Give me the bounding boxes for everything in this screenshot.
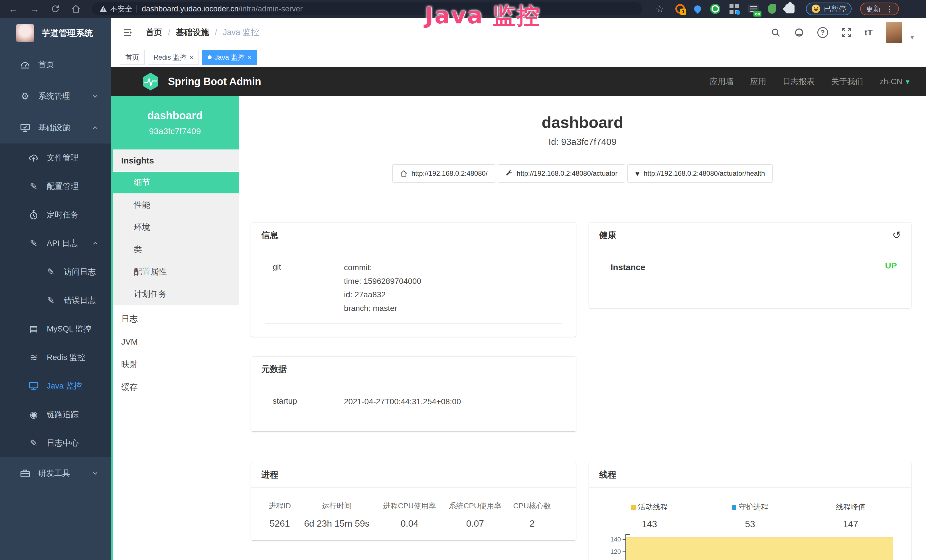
tag-redis-monitor[interactable]: Redis 监控 × <box>148 50 199 65</box>
threads-chart-yaxis: 140 120 100 <box>599 534 625 560</box>
tag-java-monitor[interactable]: Java 监控 × <box>202 50 257 65</box>
sidebar-item-mysql-monitor[interactable]: ▤ MySQL 监控 <box>0 315 111 343</box>
instance-id-line: Id: 93a3fc7f7409 <box>239 137 926 147</box>
github-icon[interactable] <box>794 27 804 38</box>
service-url-button[interactable]: http://192.168.0.2:48080/ <box>392 164 495 183</box>
sba-menu-environment[interactable]: 环境 <box>111 216 239 239</box>
cpus-value: 2 <box>507 518 558 529</box>
health-url-button[interactable]: ♥ http://192.168.0.2:48080/actuator/heal… <box>627 164 773 183</box>
layers-icon: ≋ <box>29 353 39 362</box>
metadata-startup-row: startup 2021-04-27T00:44:31.254+08:00 <box>265 392 562 417</box>
browser-forward-button[interactable]: → <box>30 4 39 14</box>
sidebar-item-system[interactable]: ⚙ 系统管理 <box>0 80 111 112</box>
sba-nav-wallboard[interactable]: 应用墙 <box>710 76 734 87</box>
sidebar-item-label: MySQL 监控 <box>47 324 91 334</box>
sidebar-item-error-log[interactable]: ✎ 错误日志 <box>0 286 111 315</box>
info-value: commit: time: 1596289704000 id: 27aa832 … <box>344 261 562 315</box>
bookmark-star-icon[interactable]: ☆ <box>655 3 664 15</box>
yellow-square-icon <box>631 505 635 510</box>
gauge-icon <box>20 59 30 70</box>
extension-on-badge: on <box>754 11 761 17</box>
server-icon: ▤ <box>29 324 39 333</box>
sba-menu-scheduled-tasks[interactable]: 计划任务 <box>111 283 239 305</box>
address-bar[interactable]: 不安全 dashboard.yudao.iocoder.cn/infra/adm… <box>92 2 642 15</box>
sba-nav-journal[interactable]: 日志报表 <box>783 76 815 87</box>
instance-title: dashboard <box>239 113 926 132</box>
extension-pin-icon[interactable] <box>693 4 703 14</box>
sba-instance-header[interactable]: dashboard 93a3fc7f7409 <box>111 96 239 150</box>
extension-green-icon[interactable] <box>710 4 720 14</box>
sidebar-item-redis-monitor[interactable]: ≋ Redis 监控 <box>0 343 111 372</box>
sba-menu-logs[interactable]: 日志 <box>111 307 239 330</box>
col-pid: 进程ID <box>261 501 298 511</box>
uptime-value: 6d 23h 15m 59s <box>298 518 375 529</box>
blue-square-icon <box>732 505 736 510</box>
font-size-icon[interactable]: tT <box>865 28 873 37</box>
sidebar-item-log-center[interactable]: ✎ 日志中心 <box>0 429 111 457</box>
tag-home[interactable]: 首页 <box>120 50 145 65</box>
profile-emoji-icon <box>812 5 820 13</box>
sba-language-select[interactable]: zh-CN ▾ <box>880 77 909 86</box>
sba-menu-classes[interactable]: 类 <box>111 239 239 261</box>
browser-update-button[interactable]: 更新 ⋮ <box>860 3 899 15</box>
sidebar-item-tracing[interactable]: ◉ 链路追踪 <box>0 400 111 429</box>
chevron-down-icon <box>92 92 99 100</box>
sidebar-item-infra[interactable]: 基础设施 <box>0 112 111 144</box>
sba-menu-jvm[interactable]: JVM <box>111 330 239 353</box>
extension-list-icon[interactable]: on <box>748 5 759 13</box>
metadata-key: startup <box>272 395 344 409</box>
browser-menu-icon[interactable]: ⋮ <box>885 4 893 14</box>
user-avatar[interactable] <box>886 22 902 43</box>
history-icon[interactable]: ↺ <box>892 229 901 241</box>
sba-nav-applications[interactable]: 应用 <box>750 76 766 87</box>
monitor-check-icon <box>20 123 30 133</box>
extension-grid-icon[interactable] <box>729 4 739 14</box>
actuator-url-button[interactable]: http://192.168.0.2:48080/actuator <box>498 164 625 183</box>
sba-nav-about[interactable]: 关于我们 <box>831 76 863 87</box>
extensions-puzzle-icon[interactable] <box>785 4 794 14</box>
hamburger-icon[interactable] <box>122 28 133 37</box>
sidebar-item-scheduled-jobs[interactable]: 定时任务 <box>0 201 111 229</box>
briefcase-icon <box>20 468 30 478</box>
profile-paused-chip[interactable]: 已暂停 <box>806 3 852 15</box>
sidebar-item-api-log[interactable]: ✎ API 日志 <box>0 229 111 257</box>
sba-brand[interactable]: Spring Boot Admin <box>141 71 261 92</box>
browser-reload-button[interactable] <box>51 4 60 14</box>
sidebar-item-label: 链路追踪 <box>47 409 79 420</box>
daemon-threads-value: 53 <box>700 519 800 530</box>
breadcrumb-infra[interactable]: 基础设施 <box>176 27 209 38</box>
extension-sync-icon[interactable]: 1 <box>675 4 685 14</box>
legend-peak-threads: 线程峰值 <box>800 502 901 512</box>
fullscreen-icon[interactable] <box>841 27 852 38</box>
avatar-caret-icon[interactable]: ▾ <box>910 33 914 43</box>
breadcrumb-home[interactable]: 首页 <box>146 27 162 38</box>
help-icon[interactable]: ? <box>817 27 828 38</box>
extension-sprout-icon[interactable] <box>768 4 776 14</box>
sidebar-item-file-manage[interactable]: 文件管理 <box>0 144 111 172</box>
browser-home-button[interactable] <box>71 4 80 14</box>
timer-icon <box>29 210 39 220</box>
page-url-host: dashboard.yudao.iocoder.cn <box>142 5 238 14</box>
sidebar-item-config-manage[interactable]: ✎ 配置管理 <box>0 172 111 201</box>
home-icon <box>400 170 407 177</box>
browser-back-button[interactable]: ← <box>9 4 18 14</box>
close-icon[interactable]: × <box>247 54 251 61</box>
live-threads-value: 143 <box>599 519 700 530</box>
sidebar-item-java-monitor[interactable]: Java 监控 <box>0 372 111 400</box>
sidebar-item-dev-tools[interactable]: 研发工具 <box>0 457 111 489</box>
edit-icon: ✎ <box>29 182 39 191</box>
health-instance-row[interactable]: Instance UP <box>603 259 897 281</box>
edit-icon: ✎ <box>29 239 39 248</box>
threads-legend: 活动线程 守护进程 线程峰值 <box>599 502 901 512</box>
sidebar-item-home[interactable]: 首页 <box>0 48 111 80</box>
close-icon[interactable]: × <box>189 54 194 61</box>
app-logo-row[interactable]: 芋道管理系统 <box>0 18 111 48</box>
sba-menu-metrics[interactable]: 性能 <box>111 194 239 216</box>
sba-menu-config-props[interactable]: 配置属性 <box>111 261 239 283</box>
sidebar-item-access-log[interactable]: ✎ 访问日志 <box>0 257 111 286</box>
health-key: Instance <box>611 261 682 272</box>
sba-menu-caches[interactable]: 缓存 <box>111 376 239 399</box>
sba-menu-details[interactable]: 细节 <box>111 172 239 194</box>
sba-menu-mappings[interactable]: 映射 <box>111 353 239 376</box>
search-icon[interactable] <box>770 27 781 38</box>
